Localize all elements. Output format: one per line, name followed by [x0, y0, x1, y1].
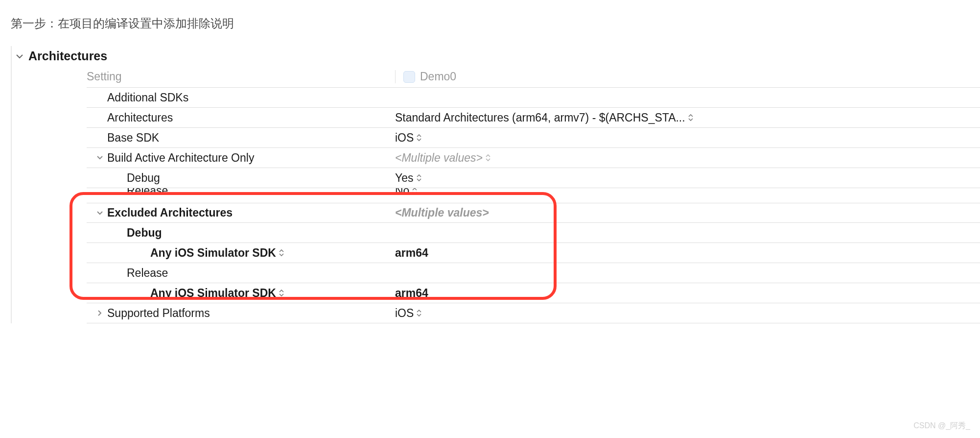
label-additional-sdks: Additional SDKs [87, 91, 395, 104]
value-supported-platforms[interactable]: iOS [395, 307, 980, 320]
project-name: Demo0 [420, 70, 456, 83]
label-build-active-text: Build Active Architecture Only [107, 151, 254, 165]
value-excluded-release-sim[interactable]: arm64 [395, 287, 980, 300]
chevron-down-icon[interactable] [95, 209, 104, 218]
label-build-active-debug: Debug [87, 171, 395, 185]
chevron-down-icon[interactable] [95, 153, 104, 162]
row-supported-platforms[interactable]: Supported Platforms iOS [87, 303, 980, 323]
row-base-sdk[interactable]: Base SDK iOS [87, 128, 980, 148]
value-build-active-debug[interactable]: Yes [395, 171, 980, 185]
label-excluded-debug: Debug [87, 226, 395, 240]
stepper-icon [417, 134, 421, 141]
label-base-sdk: Base SDK [87, 131, 395, 145]
value-supported-platforms-text: iOS [395, 307, 414, 320]
row-build-active[interactable]: Build Active Architecture Only <Multiple… [87, 148, 980, 168]
value-excluded-text: <Multiple values> [395, 206, 489, 219]
label-excluded-text: Excluded Architectures [107, 206, 233, 219]
stepper-icon [417, 174, 421, 181]
value-architectures[interactable]: Standard Architectures (arm64, armv7) - … [395, 111, 980, 124]
label-excluded-debug-sim-text: Any iOS Simulator SDK [150, 246, 276, 260]
columns-header: Setting Demo0 [87, 66, 980, 88]
label-excluded: Excluded Architectures [87, 206, 395, 219]
stepper-icon [279, 249, 284, 256]
label-excluded-debug-sim: Any iOS Simulator SDK [87, 246, 395, 260]
label-build-active-release: Release [87, 188, 395, 197]
value-build-active-release[interactable]: No [395, 188, 980, 197]
chevron-down-icon [16, 52, 23, 60]
instruction-text: 第一步：在项目的编译设置中添加排除说明 [0, 0, 980, 31]
row-excluded-release-sim[interactable]: Any iOS Simulator SDK arm64 [87, 283, 980, 303]
column-project-label: Demo0 [395, 70, 980, 83]
row-excluded-debug[interactable]: Debug [87, 223, 980, 243]
value-architectures-text: Standard Architectures (arm64, armv7) - … [395, 111, 685, 124]
label-excluded-release-sim-text: Any iOS Simulator SDK [150, 287, 276, 300]
stepper-icon [688, 114, 693, 121]
column-setting-label: Setting [87, 70, 395, 83]
stepper-icon [412, 188, 417, 195]
row-build-active-release[interactable]: Release No [87, 188, 980, 203]
value-excluded[interactable]: <Multiple values> [395, 206, 980, 219]
stepper-icon [486, 154, 490, 161]
value-excluded-debug-sim[interactable]: arm64 [395, 246, 980, 260]
row-additional-sdks[interactable]: Additional SDKs [87, 88, 980, 108]
row-excluded[interactable]: Excluded Architectures <Multiple values> [87, 203, 980, 223]
stepper-icon [417, 310, 421, 316]
value-base-sdk-text: iOS [395, 131, 414, 145]
row-architectures[interactable]: Architectures Standard Architectures (ar… [87, 108, 980, 128]
label-supported-platforms-text: Supported Platforms [107, 307, 210, 320]
row-excluded-debug-sim[interactable]: Any iOS Simulator SDK arm64 [87, 243, 980, 263]
chevron-right-icon[interactable] [95, 309, 104, 317]
value-build-active-release-text: No [395, 188, 409, 197]
watermark: CSDN @_阿秀_ [913, 421, 970, 431]
label-excluded-release-sim: Any iOS Simulator SDK [87, 287, 395, 300]
section-header-architectures[interactable]: Architectures [16, 46, 980, 66]
value-build-active-debug-text: Yes [395, 171, 414, 185]
label-build-active: Build Active Architecture Only [87, 151, 395, 165]
row-excluded-release[interactable]: Release [87, 263, 980, 283]
row-build-active-debug[interactable]: Debug Yes [87, 168, 980, 188]
label-excluded-release: Release [87, 267, 395, 280]
label-architectures: Architectures [87, 111, 395, 124]
value-base-sdk[interactable]: iOS [395, 131, 980, 145]
build-settings-panel: Architectures Setting Demo0 Additional S… [11, 46, 980, 323]
section-title: Architectures [28, 49, 107, 63]
value-build-active-text: <Multiple values> [395, 151, 483, 165]
project-icon [403, 71, 415, 83]
stepper-icon [279, 290, 284, 296]
value-build-active[interactable]: <Multiple values> [395, 151, 980, 165]
label-supported-platforms: Supported Platforms [87, 307, 395, 320]
